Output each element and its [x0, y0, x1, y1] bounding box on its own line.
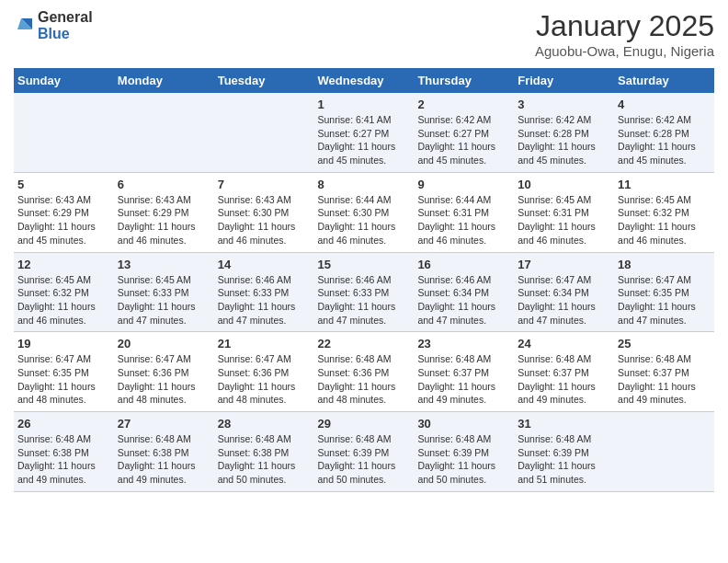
- day-info: Sunrise: 6:45 AM Sunset: 6:32 PM Dayligh…: [618, 193, 711, 247]
- day-number: 1: [318, 98, 411, 111]
- day-info: Sunrise: 6:43 AM Sunset: 6:29 PM Dayligh…: [17, 193, 110, 247]
- col-header-sunday: Sunday: [14, 68, 114, 93]
- col-header-monday: Monday: [114, 68, 214, 93]
- day-info: Sunrise: 6:48 AM Sunset: 6:37 PM Dayligh…: [618, 352, 711, 407]
- day-number: 6: [118, 178, 210, 191]
- calendar-cell: 22Sunrise: 6:48 AM Sunset: 6:36 PM Dayli…: [314, 332, 415, 412]
- col-header-thursday: Thursday: [414, 68, 514, 93]
- day-info: Sunrise: 6:48 AM Sunset: 6:39 PM Dayligh…: [417, 432, 510, 487]
- logo: General Blue: [14, 9, 93, 41]
- calendar-cell: 4Sunrise: 6:42 AM Sunset: 6:28 PM Daylig…: [614, 93, 714, 172]
- month-title: January 2025: [535, 9, 714, 43]
- day-info: Sunrise: 6:45 AM Sunset: 6:32 PM Dayligh…: [17, 273, 110, 327]
- calendar-cell: 1Sunrise: 6:41 AM Sunset: 6:27 PM Daylig…: [314, 93, 415, 172]
- day-number: 25: [618, 337, 711, 350]
- calendar-cell: [214, 93, 314, 172]
- day-info: Sunrise: 6:48 AM Sunset: 6:36 PM Dayligh…: [318, 352, 411, 407]
- day-number: 31: [518, 417, 610, 431]
- day-number: 9: [417, 178, 510, 191]
- calendar-cell: 30Sunrise: 6:48 AM Sunset: 6:39 PM Dayli…: [414, 412, 514, 492]
- calendar-cell: 10Sunrise: 6:45 AM Sunset: 6:31 PM Dayli…: [514, 172, 614, 252]
- day-number: 7: [218, 178, 311, 191]
- logo-general: General: [38, 9, 93, 26]
- day-number: 19: [17, 337, 110, 350]
- day-info: Sunrise: 6:48 AM Sunset: 6:37 PM Dayligh…: [417, 352, 510, 407]
- calendar-cell: 8Sunrise: 6:44 AM Sunset: 6:30 PM Daylig…: [314, 172, 415, 252]
- calendar-cell: 3Sunrise: 6:42 AM Sunset: 6:28 PM Daylig…: [514, 93, 614, 172]
- day-info: Sunrise: 6:47 AM Sunset: 6:36 PM Dayligh…: [218, 352, 311, 407]
- day-number: 18: [618, 258, 711, 271]
- page-header: General Blue January 2025 Aguobu-Owa, En…: [14, 9, 714, 59]
- calendar-cell: 5Sunrise: 6:43 AM Sunset: 6:29 PM Daylig…: [14, 172, 114, 252]
- day-number: 17: [518, 258, 610, 271]
- calendar-cell: 23Sunrise: 6:48 AM Sunset: 6:37 PM Dayli…: [414, 332, 514, 412]
- day-info: Sunrise: 6:48 AM Sunset: 6:37 PM Dayligh…: [518, 352, 610, 407]
- calendar-cell: 21Sunrise: 6:47 AM Sunset: 6:36 PM Dayli…: [214, 332, 314, 412]
- calendar-cell: 12Sunrise: 6:45 AM Sunset: 6:32 PM Dayli…: [14, 252, 114, 332]
- calendar-cell: 7Sunrise: 6:43 AM Sunset: 6:30 PM Daylig…: [214, 172, 314, 252]
- day-number: 21: [218, 337, 311, 350]
- day-info: Sunrise: 6:46 AM Sunset: 6:33 PM Dayligh…: [218, 273, 311, 327]
- day-number: 16: [417, 258, 510, 271]
- day-number: 3: [518, 98, 610, 111]
- calendar-cell: 15Sunrise: 6:46 AM Sunset: 6:33 PM Dayli…: [314, 252, 415, 332]
- calendar-cell: 20Sunrise: 6:47 AM Sunset: 6:36 PM Dayli…: [114, 332, 214, 412]
- day-number: 10: [518, 178, 610, 191]
- day-info: Sunrise: 6:43 AM Sunset: 6:30 PM Dayligh…: [218, 193, 311, 247]
- calendar-cell: 26Sunrise: 6:48 AM Sunset: 6:38 PM Dayli…: [14, 412, 114, 492]
- calendar-cell: 17Sunrise: 6:47 AM Sunset: 6:34 PM Dayli…: [514, 252, 614, 332]
- day-number: 28: [218, 417, 311, 431]
- day-info: Sunrise: 6:48 AM Sunset: 6:38 PM Dayligh…: [17, 432, 110, 487]
- day-number: 22: [318, 337, 411, 350]
- calendar-cell: 18Sunrise: 6:47 AM Sunset: 6:35 PM Dayli…: [614, 252, 714, 332]
- day-info: Sunrise: 6:43 AM Sunset: 6:29 PM Dayligh…: [118, 193, 210, 247]
- day-info: Sunrise: 6:46 AM Sunset: 6:34 PM Dayligh…: [417, 273, 510, 327]
- col-header-tuesday: Tuesday: [214, 68, 314, 93]
- day-number: 2: [417, 98, 510, 111]
- calendar-cell: [114, 93, 214, 172]
- calendar-week-row: 5Sunrise: 6:43 AM Sunset: 6:29 PM Daylig…: [14, 172, 714, 252]
- title-block: January 2025 Aguobu-Owa, Enugu, Nigeria: [535, 9, 714, 59]
- day-info: Sunrise: 6:42 AM Sunset: 6:28 PM Dayligh…: [518, 113, 610, 167]
- day-info: Sunrise: 6:44 AM Sunset: 6:31 PM Dayligh…: [417, 193, 510, 247]
- day-info: Sunrise: 6:47 AM Sunset: 6:36 PM Dayligh…: [118, 352, 210, 407]
- day-info: Sunrise: 6:47 AM Sunset: 6:35 PM Dayligh…: [618, 273, 711, 327]
- calendar-week-row: 26Sunrise: 6:48 AM Sunset: 6:38 PM Dayli…: [14, 412, 714, 492]
- calendar-week-row: 1Sunrise: 6:41 AM Sunset: 6:27 PM Daylig…: [14, 93, 714, 172]
- day-info: Sunrise: 6:45 AM Sunset: 6:33 PM Dayligh…: [118, 273, 210, 327]
- col-header-wednesday: Wednesday: [314, 68, 415, 93]
- day-info: Sunrise: 6:44 AM Sunset: 6:30 PM Dayligh…: [318, 193, 411, 247]
- calendar-cell: 13Sunrise: 6:45 AM Sunset: 6:33 PM Dayli…: [114, 252, 214, 332]
- day-number: 26: [17, 417, 110, 431]
- day-info: Sunrise: 6:47 AM Sunset: 6:35 PM Dayligh…: [17, 352, 110, 407]
- calendar-cell: 24Sunrise: 6:48 AM Sunset: 6:37 PM Dayli…: [514, 332, 614, 412]
- calendar-cell: 25Sunrise: 6:48 AM Sunset: 6:37 PM Dayli…: [614, 332, 714, 412]
- calendar-cell: 11Sunrise: 6:45 AM Sunset: 6:32 PM Dayli…: [614, 172, 714, 252]
- day-number: 13: [118, 258, 210, 271]
- day-number: 5: [17, 178, 110, 191]
- calendar-cell: 29Sunrise: 6:48 AM Sunset: 6:39 PM Dayli…: [314, 412, 415, 492]
- logo-icon: [14, 15, 36, 37]
- day-number: 15: [318, 258, 411, 271]
- day-number: 14: [218, 258, 311, 271]
- day-info: Sunrise: 6:42 AM Sunset: 6:27 PM Dayligh…: [417, 113, 510, 167]
- calendar-cell: [614, 412, 714, 492]
- calendar-cell: 27Sunrise: 6:48 AM Sunset: 6:38 PM Dayli…: [114, 412, 214, 492]
- calendar-cell: [14, 93, 114, 172]
- day-number: 20: [118, 337, 210, 350]
- col-header-saturday: Saturday: [614, 68, 714, 93]
- logo-text: General Blue: [38, 9, 93, 41]
- calendar-week-row: 12Sunrise: 6:45 AM Sunset: 6:32 PM Dayli…: [14, 252, 714, 332]
- day-info: Sunrise: 6:48 AM Sunset: 6:38 PM Dayligh…: [218, 432, 311, 487]
- calendar-cell: 19Sunrise: 6:47 AM Sunset: 6:35 PM Dayli…: [14, 332, 114, 412]
- calendar-cell: 14Sunrise: 6:46 AM Sunset: 6:33 PM Dayli…: [214, 252, 314, 332]
- day-info: Sunrise: 6:48 AM Sunset: 6:39 PM Dayligh…: [518, 432, 610, 487]
- calendar-table: SundayMondayTuesdayWednesdayThursdayFrid…: [14, 68, 714, 492]
- day-info: Sunrise: 6:41 AM Sunset: 6:27 PM Dayligh…: [318, 113, 411, 167]
- calendar-cell: 16Sunrise: 6:46 AM Sunset: 6:34 PM Dayli…: [414, 252, 514, 332]
- calendar-week-row: 19Sunrise: 6:47 AM Sunset: 6:35 PM Dayli…: [14, 332, 714, 412]
- day-number: 4: [618, 98, 711, 111]
- col-header-friday: Friday: [514, 68, 614, 93]
- day-number: 12: [17, 258, 110, 271]
- location-subtitle: Aguobu-Owa, Enugu, Nigeria: [535, 43, 714, 59]
